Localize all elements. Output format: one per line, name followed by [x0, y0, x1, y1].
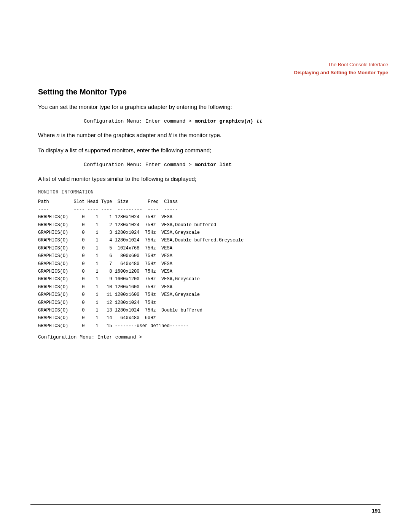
table-row: GRAPHICS(0) 0 1 14 640x480 60Hz: [38, 314, 381, 322]
footer: 191: [30, 504, 381, 514]
prompt-line: Configuration Menu: Enter command >: [38, 334, 381, 340]
monitor-table: Path Slot Head Type Size Freq Class ----…: [38, 198, 381, 330]
list-intro-paragraph: To display a list of supported monitors,…: [38, 146, 381, 155]
table-row: GRAPHICS(0) 0 1 10 1200x1600 75Hz VESA: [38, 283, 381, 291]
table-row: GRAPHICS(0) 0 1 9 1600x1200 75Hz VESA,Gr…: [38, 275, 381, 283]
section-heading: Setting the Monitor Type: [38, 88, 381, 96]
where-paragraph: Where n is the number of the graphics ad…: [38, 131, 381, 140]
command1-bold: monitor graphics(n): [195, 118, 253, 124]
command1-prefix: Configuration Menu: Enter command >: [84, 118, 195, 124]
where-n: n: [56, 132, 59, 138]
page: The Boot Console Interface Displaying an…: [0, 0, 411, 532]
main-content: Setting the Monitor Type You can set the…: [38, 88, 381, 340]
table-row: GRAPHICS(0) 0 1 4 1280x1024 75Hz VESA,Do…: [38, 236, 381, 244]
command2-prefix: Configuration Menu: Enter command >: [84, 162, 195, 168]
command2-bold: monitor list: [195, 162, 232, 168]
page-number: 191: [372, 508, 381, 514]
where-tt: tt: [169, 132, 172, 138]
intro-paragraph: You can set the monitor type for a graph…: [38, 102, 381, 112]
monitor-info-label: MONITOR INFORMATION: [38, 190, 381, 195]
command1-italic: tt: [253, 118, 263, 124]
command2-line: Configuration Menu: Enter command > moni…: [84, 161, 381, 169]
table-row: GRAPHICS(0) 0 1 13 1280x1024 75Hz Double…: [38, 307, 381, 314]
table-row: GRAPHICS(0) 0 1 1 1280x1024 75Hz VESA: [38, 213, 381, 221]
table-header-row: Path Slot Head Type Size Freq Class: [38, 198, 381, 206]
table-row: GRAPHICS(0) 0 1 2 1280x1024 75Hz VESA,Do…: [38, 221, 381, 229]
table-row: GRAPHICS(0) 0 1 15 --------user defined-…: [38, 322, 381, 330]
header-nav: The Boot Console Interface Displaying an…: [294, 61, 389, 77]
table-body: GRAPHICS(0) 0 1 1 1280x1024 75Hz VESAGRA…: [38, 213, 381, 330]
table-row: GRAPHICS(0) 0 1 5 1024x768 75Hz VESA: [38, 244, 381, 252]
table-row: GRAPHICS(0) 0 1 6 800x600 75Hz VESA: [38, 252, 381, 260]
table-row: GRAPHICS(0) 0 1 8 1600x1200 75Hz VESA: [38, 268, 381, 275]
chapter-title: The Boot Console Interface: [294, 61, 389, 69]
table-divider-row: ---- ---- ---- ---- --------- ---- -----: [38, 206, 381, 213]
section-title: Displaying and Setting the Monitor Type: [294, 69, 389, 77]
list-display-intro: A list of valid monitor types similar to…: [38, 174, 381, 184]
table-row: GRAPHICS(0) 0 1 3 1280x1024 75Hz VESA,Gr…: [38, 229, 381, 236]
table-row: GRAPHICS(0) 0 1 12 1280x1024 75Hz: [38, 299, 381, 307]
command1-line: Configuration Menu: Enter command > moni…: [84, 118, 381, 125]
table-row: GRAPHICS(0) 0 1 7 640x480 75Hz VESA: [38, 260, 381, 268]
table-row: GRAPHICS(0) 0 1 11 1200x1600 75Hz VESA,G…: [38, 291, 381, 299]
